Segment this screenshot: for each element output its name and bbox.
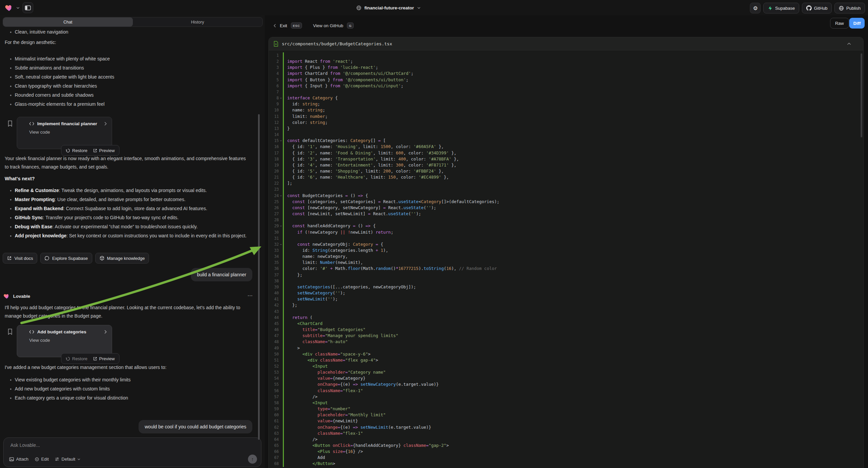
line-number: 35 <box>269 260 279 266</box>
code-line: 38 <box>269 278 863 284</box>
fold-chevron-icon[interactable]: › <box>279 138 283 144</box>
whats-next-item: Add project knowledge: Set key context o… <box>0 231 257 240</box>
code-text <box>284 52 290 58</box>
fold-spacer <box>279 211 283 217</box>
fold-spacer <box>279 339 283 345</box>
chevron-right-icon[interactable] <box>104 330 107 334</box>
line-number: 14 <box>269 131 279 138</box>
restore-label: Restore <box>72 356 88 361</box>
explore-supabase-button[interactable]: Explore Supabase <box>40 253 92 264</box>
send-button[interactable]: ↑ <box>248 455 257 464</box>
bookmark-icon[interactable] <box>7 120 13 127</box>
fold-spacer <box>279 455 283 461</box>
bullet-dot <box>10 226 11 228</box>
code-editor[interactable]: 1 2import React from 'react';3import { P… <box>269 50 863 467</box>
restore-button[interactable]: Restore <box>66 148 88 153</box>
workspace-chevron-down-icon[interactable] <box>16 6 20 10</box>
github-button[interactable]: GitHub <box>802 3 832 13</box>
restore-label: Restore <box>72 148 88 153</box>
line-number: 51 <box>269 357 279 363</box>
view-code-link[interactable]: View code <box>29 338 107 343</box>
chevron-right-icon[interactable] <box>104 121 107 126</box>
code-text: { id: '2', name: 'Food & Dining', limit:… <box>284 150 456 156</box>
fold-spacer <box>279 229 283 235</box>
fold-chevron-icon[interactable]: › <box>279 193 283 199</box>
chat-history-tabs: Chat History <box>3 17 263 27</box>
code-line: 30 if (!newCategory || !newLimit) return… <box>269 229 863 235</box>
code-text: onChange={(e) => setNewLimit(e.target.va… <box>284 425 431 430</box>
back-chevron-icon[interactable] <box>274 24 276 28</box>
code-line: 23 <box>269 186 863 193</box>
edit-button[interactable]: Edit <box>35 457 49 462</box>
collapse-chevron-up-icon[interactable] <box>847 42 851 45</box>
fold-spacer <box>279 260 283 266</box>
preview-button[interactable]: Preview <box>93 148 115 153</box>
fold-spacer <box>279 351 283 357</box>
view-code-link[interactable]: View code <box>29 129 107 135</box>
toggle-sidebar-button[interactable] <box>23 2 33 13</box>
fold-spacer <box>279 290 283 296</box>
attach-button[interactable]: Attach <box>9 457 29 462</box>
code-icon <box>29 122 34 125</box>
tab-history[interactable]: History <box>133 18 263 27</box>
line-number: 61 <box>269 418 279 424</box>
fold-spacer <box>279 162 283 168</box>
publish-button[interactable]: Publish <box>834 3 865 13</box>
fold-spacer <box>279 247 283 254</box>
fold-chevron-icon[interactable]: › <box>279 241 283 247</box>
lovable-heart-icon <box>3 293 10 299</box>
model-select[interactable]: Default <box>55 457 81 462</box>
tab-chat[interactable]: Chat <box>3 18 133 27</box>
line-number: 29 <box>269 223 279 229</box>
scrollback-bullet: Clean, intuitive navigation <box>0 28 255 37</box>
fold-chevron-icon[interactable]: › <box>279 95 283 101</box>
line-number: 13 <box>269 125 279 131</box>
fold-spacer <box>279 388 283 394</box>
whats-next-heading: What's next? <box>5 176 35 181</box>
line-number: 16 <box>269 144 279 150</box>
raw-toggle-button[interactable]: Raw <box>830 18 849 29</box>
line-number: 3 <box>269 64 279 70</box>
fold-spacer <box>279 357 283 363</box>
version-card-add-budget-categories[interactable]: Add budget categories View code <box>17 325 112 357</box>
code-text: import { Button } from '@/components/ui/… <box>284 77 408 83</box>
restore-icon <box>66 148 70 153</box>
settings-gear-button[interactable]: ⚙ <box>750 3 761 13</box>
lovable-heart-logo[interactable] <box>5 3 13 12</box>
whats-next-text: Add project knowledge: Set key context o… <box>15 231 247 240</box>
exit-button[interactable]: Exit <box>280 23 287 28</box>
code-line: 41 setNewLimit(''); <box>269 296 863 302</box>
supabase-button[interactable]: Supabase <box>763 3 799 13</box>
code-scrollbar[interactable] <box>861 53 862 137</box>
preview-button[interactable]: Preview <box>93 356 115 361</box>
fold-spacer <box>279 302 283 308</box>
line-number: 38 <box>269 278 279 284</box>
view-on-github-button[interactable]: View on GitHub <box>313 23 343 28</box>
code-line: 21 { id: '6', name: 'Healthcare', limit:… <box>269 174 863 180</box>
line-number: 18 <box>269 156 279 162</box>
composer-placeholder: Ask Lovable... <box>10 442 256 448</box>
file-header[interactable]: src/components/budget/BudgetCategories.t… <box>269 37 863 50</box>
fold-spacer <box>279 89 283 95</box>
code-text <box>284 309 290 315</box>
version-card-implement-financial-planner[interactable]: Implement financial planner View code <box>17 117 112 149</box>
code-line: 36 color: '#' + Math.floor(Math.random()… <box>269 266 863 272</box>
composer[interactable]: Ask Lovable... Attach Edit Default ↑ <box>3 437 261 467</box>
chat-scrollbar[interactable] <box>258 114 260 440</box>
chat-bubble-icon <box>44 256 49 261</box>
code-line: 28 <box>269 217 863 223</box>
bullet-dot <box>10 398 11 399</box>
line-number: 28 <box>269 217 279 223</box>
fold-chevron-icon[interactable]: › <box>279 223 283 229</box>
diff-toggle-button[interactable]: Diff <box>849 18 865 29</box>
manage-knowledge-button[interactable]: Manage knowledge <box>95 253 149 264</box>
assistant-paragraph: Your sleek financial planner is now read… <box>5 154 250 171</box>
code-icon <box>29 330 34 334</box>
visit-docs-button[interactable]: Visit docs <box>3 253 37 264</box>
line-number: 36 <box>269 266 279 272</box>
message-menu-button[interactable]: ... <box>248 291 253 297</box>
project-switcher[interactable]: financial-future-creator <box>356 0 421 16</box>
restore-button[interactable]: Restore <box>66 356 88 361</box>
bullet-text: Minimalist interface with plenty of whit… <box>15 54 110 63</box>
bookmark-icon[interactable] <box>7 328 13 335</box>
